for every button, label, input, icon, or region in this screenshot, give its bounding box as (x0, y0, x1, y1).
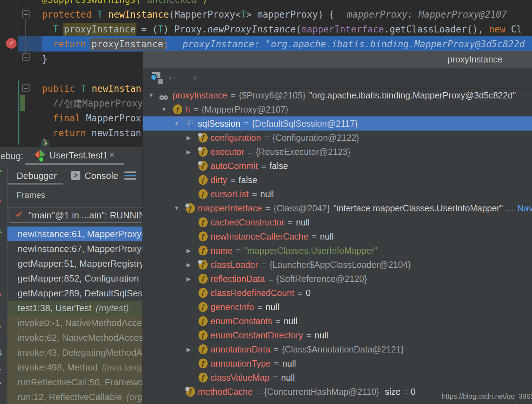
tree-row[interactable]: fautoCommit=false (143, 159, 532, 173)
chevron-collapsed-icon[interactable]: ▶ (185, 346, 197, 353)
fold-marker-icon[interactable]: − (22, 53, 30, 61)
tree-row[interactable]: ▼⚐sqlSession={DefaultSqlSession@2117} (143, 116, 532, 131)
tree-row[interactable]: ▼proxyInstance={$Proxy6@2105}"org.apache… (143, 88, 532, 102)
chevron-expanded-icon[interactable]: ▼ (172, 120, 185, 127)
frame-location: invoke0:-1, NativeMethodAcce (18, 318, 142, 328)
layout-options-icon[interactable] (124, 171, 136, 180)
stack-frame-row[interactable]: getMapper:51, MapperRegistry (7, 256, 142, 271)
stack-frame-row[interactable]: test1:38, UserTest(mytest) (7, 301, 142, 315)
equals-sign: = (274, 344, 279, 355)
code-line[interactable]: T proxyInstance = (T) Proxy.newProxyInst… (53, 23, 522, 35)
step-icon[interactable]: ▶ (0, 378, 2, 387)
code-line[interactable]: } (42, 53, 48, 65)
stack-frame-row[interactable]: newInstance:67, MapperProxyF (7, 241, 142, 256)
tree-row[interactable]: fnewInstanceCallerCache=null (143, 229, 532, 243)
tree-row[interactable]: fclassValueMap=null (143, 370, 532, 385)
stack-frame-row[interactable]: invoke:43, DelegatingMethodA (7, 345, 142, 360)
tree-row[interactable]: fcursorList=null (143, 187, 532, 201)
tree-row[interactable]: ▼fh={MapperProxy@2107} (143, 102, 532, 116)
variable-value-val: null (281, 373, 295, 383)
tree-row[interactable]: ▶fexecutor={ReuseExecutor@2123} (143, 145, 532, 159)
tree-row[interactable]: ▶fname="mapperClasses.UserInfoMapper" (143, 243, 532, 258)
equals-sign: = (274, 358, 279, 369)
chevron-collapsed-icon[interactable]: ▶ (185, 276, 197, 282)
tree-row[interactable]: fannotationType=null (143, 356, 532, 370)
chevron-expanded-icon[interactable]: ▼ (172, 205, 185, 211)
popup-title: proxyInstance (447, 54, 502, 65)
tree-row[interactable]: ▼fmapperInterface={Class@2042}"interface… (143, 201, 532, 215)
mute-breakpoints-icon[interactable]: ● (0, 289, 2, 299)
frame-location: getMapper:289, DefaultSqlSess (18, 288, 142, 299)
tree-row[interactable]: ▶fclassLoader={Launcher$AppClassLoader@2… (143, 258, 532, 272)
stack-frame-row[interactable]: invoke:62, NativeMethodAcces (7, 330, 142, 345)
code-line[interactable]: public T newInstan (42, 83, 141, 95)
tab-debugger[interactable]: Debugger (17, 170, 57, 181)
variable-name: enumConstantDirectory (210, 330, 303, 340)
code-line[interactable]: protected T newInstance(MapperProxy<T> m… (42, 8, 507, 20)
field-icon: f (197, 328, 210, 342)
field-icon: f (197, 159, 210, 173)
tree-row[interactable]: fenumConstants=null (143, 314, 532, 328)
settings-icon[interactable]: ≡ (0, 322, 1, 331)
fold-marker-icon[interactable]: − (22, 84, 30, 92)
popup-header[interactable]: proxyInstance (143, 51, 532, 68)
back-arrow-icon[interactable]: ← (166, 68, 179, 83)
field-icon: f (197, 286, 210, 300)
chevron-collapsed-icon[interactable]: ▶ (185, 149, 197, 155)
variable-value-ref: {$Proxy6@2105} (239, 90, 305, 101)
close-icon[interactable]: × (109, 149, 115, 160)
stack-frame-row[interactable]: invoke0:-1, NativeMethodAcce (7, 315, 142, 330)
code-line[interactable]: @SuppressWarnings("unchecked") (42, 0, 208, 6)
code-token: newInstan (92, 128, 141, 138)
tree-row[interactable]: ▶fannotationData={Class$AnnotationData@2… (143, 342, 532, 356)
stack-frame-row[interactable]: getMapper:852, Configuration (7, 271, 142, 286)
pin-icon[interactable]: ▮ (0, 334, 1, 343)
tree-row[interactable]: fenumConstantDirectory=null (143, 328, 532, 342)
stack-frame-row[interactable]: getMapper:289, DefaultSqlSess (7, 286, 142, 301)
code-line[interactable]: return newInstan (53, 127, 141, 139)
thread-selector-dropdown[interactable]: ✔ "main"@1 in ...ain": RUNNIN (10, 207, 142, 223)
inspect-icon[interactable] (150, 72, 163, 85)
equals-sign: = (298, 288, 303, 298)
code-token: > mapperProxy) { (246, 9, 334, 20)
tree-row[interactable]: fcachedConstructor=null (143, 215, 532, 229)
tab-console[interactable]: Console (85, 170, 118, 181)
tree-row[interactable]: ▶fconfiguration={Configuration@2122} (143, 131, 532, 145)
code-line[interactable]: return proxyInstance;proxyInstance: "org… (53, 38, 525, 50)
tree-row[interactable]: fdirty=false (143, 173, 532, 187)
chevron-expanded-icon[interactable]: ▼ (160, 106, 172, 113)
debugger-toolbar-strip[interactable]: ▶ ● ▶ ● ≡ ▮ ⇅ ⌄ ▶ (0, 165, 8, 404)
rerun-icon[interactable]: ▶ (0, 227, 2, 236)
variable-name: cachedConstructor (210, 217, 285, 228)
stop-icon[interactable]: ● (0, 195, 2, 205)
execution-line-gutter (18, 36, 42, 52)
forward-arrow-icon[interactable]: → (186, 68, 199, 83)
code-line[interactable]: final MapperProx (53, 112, 141, 124)
tree-row[interactable]: fgenericInfo=null (143, 300, 532, 314)
field-icon: f (197, 173, 210, 187)
run-config-tab[interactable]: UserTest.test1 × (25, 147, 124, 163)
resume-icon[interactable]: ▶ (0, 166, 2, 175)
collapse-icon[interactable]: ⌄ (0, 363, 3, 373)
sort-icon[interactable]: ⇅ (0, 349, 3, 358)
chevron-collapsed-icon[interactable]: ▶ (185, 261, 197, 268)
frame-location: newInstance:67, MapperProxyF (18, 243, 142, 254)
variable-value-link[interactable]: Nav (517, 203, 532, 213)
breakpoint-icon[interactable]: ✓ (6, 38, 17, 49)
code-token: new (489, 24, 506, 35)
tree-row[interactable]: fclassRedefinedCount=0 (143, 286, 532, 300)
stack-frame-row[interactable]: invoke:498, Method(java.lang. (7, 360, 142, 375)
chevron-collapsed-icon[interactable]: ▶ (185, 247, 197, 254)
variable-value-ref: {MapperProxy@2107} (202, 104, 288, 115)
stack-frame-row[interactable]: runReflectiveCall:50, Framewor (7, 375, 142, 390)
tree-row[interactable]: ▶freflectionData={SoftReference@2120} (143, 272, 532, 286)
stack-frame-row[interactable]: newInstance:61, MapperProxyF (7, 227, 142, 241)
stack-frame-row[interactable]: run:12, ReflectiveCallable(org.j (7, 390, 142, 404)
frame-package: (java.lang. (102, 362, 142, 373)
code-token: return (53, 39, 92, 49)
code-line[interactable]: //创建MapperProxy (53, 97, 143, 109)
chevron-expanded-icon[interactable]: ▼ (147, 92, 159, 98)
chevron-collapsed-icon[interactable]: ▶ (185, 134, 197, 141)
equals-sign: = (288, 217, 293, 228)
fold-marker-icon[interactable]: − (22, 10, 30, 18)
